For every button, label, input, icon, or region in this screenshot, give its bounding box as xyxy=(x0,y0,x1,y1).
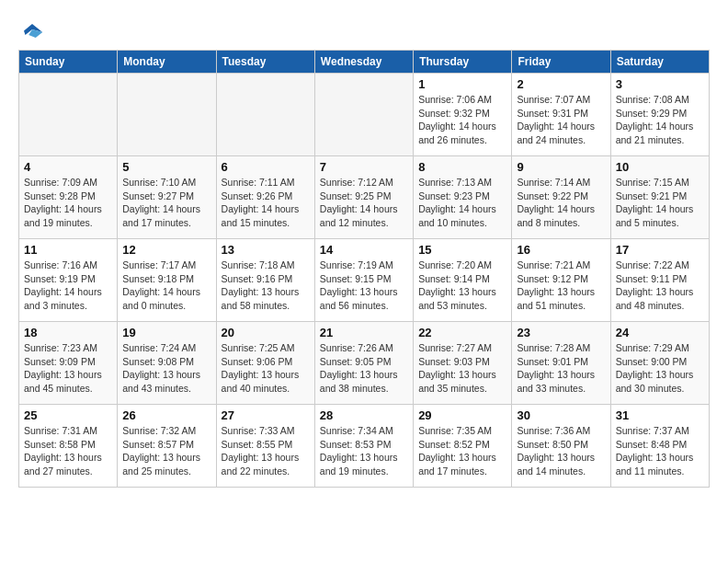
day-info: Sunrise: 7:09 AM Sunset: 9:28 PM Dayligh… xyxy=(24,176,112,230)
day-cell: 25Sunrise: 7:31 AM Sunset: 8:58 PM Dayli… xyxy=(19,405,118,488)
day-cell: 19Sunrise: 7:24 AM Sunset: 9:08 PM Dayli… xyxy=(118,322,216,405)
day-info: Sunrise: 7:06 AM Sunset: 9:32 PM Dayligh… xyxy=(418,93,506,147)
day-number: 19 xyxy=(122,326,210,339)
day-cell: 8Sunrise: 7:13 AM Sunset: 9:23 PM Daylig… xyxy=(414,156,512,239)
day-number: 29 xyxy=(418,408,506,422)
day-cell: 12Sunrise: 7:17 AM Sunset: 9:18 PM Dayli… xyxy=(118,239,216,322)
day-cell: 14Sunrise: 7:19 AM Sunset: 9:15 PM Dayli… xyxy=(314,239,413,322)
day-info: Sunrise: 7:15 AM Sunset: 9:21 PM Dayligh… xyxy=(616,176,704,230)
day-cell: 29Sunrise: 7:35 AM Sunset: 8:52 PM Dayli… xyxy=(414,405,512,488)
logo-icon xyxy=(18,18,46,46)
day-cell: 28Sunrise: 7:34 AM Sunset: 8:53 PM Dayli… xyxy=(314,405,413,488)
day-number: 5 xyxy=(122,160,210,174)
day-info: Sunrise: 7:17 AM Sunset: 9:18 PM Dayligh… xyxy=(122,259,210,313)
day-cell: 23Sunrise: 7:28 AM Sunset: 9:01 PM Dayli… xyxy=(512,322,610,405)
day-info: Sunrise: 7:11 AM Sunset: 9:26 PM Dayligh… xyxy=(222,176,310,230)
day-number: 28 xyxy=(320,408,408,422)
day-info: Sunrise: 7:10 AM Sunset: 9:27 PM Dayligh… xyxy=(122,176,210,230)
week-row-4: 18Sunrise: 7:23 AM Sunset: 9:09 PM Dayli… xyxy=(19,322,710,405)
day-number: 4 xyxy=(24,160,112,174)
day-cell: 30Sunrise: 7:36 AM Sunset: 8:50 PM Dayli… xyxy=(512,405,610,488)
day-number: 30 xyxy=(517,408,605,422)
week-row-5: 25Sunrise: 7:31 AM Sunset: 8:58 PM Dayli… xyxy=(19,405,710,488)
day-info: Sunrise: 7:33 AM Sunset: 8:55 PM Dayligh… xyxy=(222,424,310,478)
day-info: Sunrise: 7:18 AM Sunset: 9:16 PM Dayligh… xyxy=(222,259,310,313)
day-number: 3 xyxy=(616,77,704,91)
day-cell xyxy=(19,74,118,156)
day-number: 12 xyxy=(122,243,210,257)
day-info: Sunrise: 7:24 AM Sunset: 9:08 PM Dayligh… xyxy=(122,341,210,396)
day-cell: 9Sunrise: 7:14 AM Sunset: 9:22 PM Daylig… xyxy=(512,156,610,239)
day-info: Sunrise: 7:34 AM Sunset: 8:53 PM Dayligh… xyxy=(320,424,408,478)
day-info: Sunrise: 7:29 AM Sunset: 9:00 PM Dayligh… xyxy=(616,341,704,396)
day-cell: 16Sunrise: 7:21 AM Sunset: 9:12 PM Dayli… xyxy=(512,239,610,322)
day-info: Sunrise: 7:35 AM Sunset: 8:52 PM Dayligh… xyxy=(418,424,506,478)
page-header xyxy=(18,18,710,46)
day-cell: 27Sunrise: 7:33 AM Sunset: 8:55 PM Dayli… xyxy=(216,405,314,488)
weekday-header-tuesday: Tuesday xyxy=(216,51,314,74)
day-cell: 20Sunrise: 7:25 AM Sunset: 9:06 PM Dayli… xyxy=(216,322,314,405)
day-info: Sunrise: 7:22 AM Sunset: 9:11 PM Dayligh… xyxy=(616,259,704,313)
day-info: Sunrise: 7:14 AM Sunset: 9:22 PM Dayligh… xyxy=(517,176,605,230)
day-cell: 1Sunrise: 7:06 AM Sunset: 9:32 PM Daylig… xyxy=(414,74,512,156)
day-number: 25 xyxy=(24,408,112,422)
day-info: Sunrise: 7:37 AM Sunset: 8:48 PM Dayligh… xyxy=(616,424,704,478)
day-info: Sunrise: 7:19 AM Sunset: 9:15 PM Dayligh… xyxy=(320,259,408,313)
day-number: 23 xyxy=(517,326,605,339)
day-cell: 26Sunrise: 7:32 AM Sunset: 8:57 PM Dayli… xyxy=(118,405,216,488)
day-info: Sunrise: 7:31 AM Sunset: 8:58 PM Dayligh… xyxy=(24,424,112,478)
week-row-2: 4Sunrise: 7:09 AM Sunset: 9:28 PM Daylig… xyxy=(19,156,710,239)
day-cell xyxy=(314,74,413,156)
day-cell: 2Sunrise: 7:07 AM Sunset: 9:31 PM Daylig… xyxy=(512,74,610,156)
day-number: 14 xyxy=(320,243,408,257)
day-info: Sunrise: 7:21 AM Sunset: 9:12 PM Dayligh… xyxy=(517,259,605,313)
day-number: 24 xyxy=(616,326,704,339)
day-number: 21 xyxy=(320,326,408,339)
day-number: 31 xyxy=(616,408,704,422)
day-number: 8 xyxy=(418,160,506,174)
day-cell: 22Sunrise: 7:27 AM Sunset: 9:03 PM Dayli… xyxy=(414,322,512,405)
week-row-1: 1Sunrise: 7:06 AM Sunset: 9:32 PM Daylig… xyxy=(19,74,710,156)
day-number: 26 xyxy=(122,408,210,422)
day-info: Sunrise: 7:13 AM Sunset: 9:23 PM Dayligh… xyxy=(418,176,506,230)
day-number: 9 xyxy=(517,160,605,174)
day-cell: 21Sunrise: 7:26 AM Sunset: 9:05 PM Dayli… xyxy=(314,322,413,405)
day-number: 27 xyxy=(222,408,310,422)
day-info: Sunrise: 7:36 AM Sunset: 8:50 PM Dayligh… xyxy=(517,424,605,478)
day-number: 22 xyxy=(418,326,506,339)
day-cell xyxy=(216,74,314,156)
day-info: Sunrise: 7:20 AM Sunset: 9:14 PM Dayligh… xyxy=(418,259,506,313)
day-number: 16 xyxy=(517,243,605,257)
weekday-header-wednesday: Wednesday xyxy=(314,51,413,74)
day-cell: 18Sunrise: 7:23 AM Sunset: 9:09 PM Dayli… xyxy=(19,322,118,405)
calendar-table: SundayMondayTuesdayWednesdayThursdayFrid… xyxy=(18,50,710,488)
weekday-header-monday: Monday xyxy=(118,51,216,74)
weekday-header-thursday: Thursday xyxy=(414,51,512,74)
day-info: Sunrise: 7:08 AM Sunset: 9:29 PM Dayligh… xyxy=(616,93,704,147)
day-info: Sunrise: 7:25 AM Sunset: 9:06 PM Dayligh… xyxy=(222,341,310,396)
day-cell: 13Sunrise: 7:18 AM Sunset: 9:16 PM Dayli… xyxy=(216,239,314,322)
day-number: 6 xyxy=(222,160,310,174)
day-number: 11 xyxy=(24,243,112,257)
day-cell: 6Sunrise: 7:11 AM Sunset: 9:26 PM Daylig… xyxy=(216,156,314,239)
day-info: Sunrise: 7:12 AM Sunset: 9:25 PM Dayligh… xyxy=(320,176,408,230)
day-number: 17 xyxy=(616,243,704,257)
weekday-header-friday: Friday xyxy=(512,51,610,74)
day-number: 1 xyxy=(418,77,506,91)
day-cell: 10Sunrise: 7:15 AM Sunset: 9:21 PM Dayli… xyxy=(610,156,709,239)
day-info: Sunrise: 7:23 AM Sunset: 9:09 PM Dayligh… xyxy=(24,341,112,396)
day-cell: 3Sunrise: 7:08 AM Sunset: 9:29 PM Daylig… xyxy=(610,74,709,156)
weekday-header-row: SundayMondayTuesdayWednesdayThursdayFrid… xyxy=(19,51,710,74)
day-cell: 7Sunrise: 7:12 AM Sunset: 9:25 PM Daylig… xyxy=(314,156,413,239)
weekday-header-sunday: Sunday xyxy=(19,51,118,74)
day-cell: 4Sunrise: 7:09 AM Sunset: 9:28 PM Daylig… xyxy=(19,156,118,239)
day-info: Sunrise: 7:28 AM Sunset: 9:01 PM Dayligh… xyxy=(517,341,605,396)
day-info: Sunrise: 7:32 AM Sunset: 8:57 PM Dayligh… xyxy=(122,424,210,478)
day-cell: 31Sunrise: 7:37 AM Sunset: 8:48 PM Dayli… xyxy=(610,405,709,488)
day-info: Sunrise: 7:26 AM Sunset: 9:05 PM Dayligh… xyxy=(320,341,408,396)
day-number: 18 xyxy=(24,326,112,339)
day-cell xyxy=(118,74,216,156)
weekday-header-saturday: Saturday xyxy=(610,51,709,74)
day-number: 7 xyxy=(320,160,408,174)
day-cell: 11Sunrise: 7:16 AM Sunset: 9:19 PM Dayli… xyxy=(19,239,118,322)
